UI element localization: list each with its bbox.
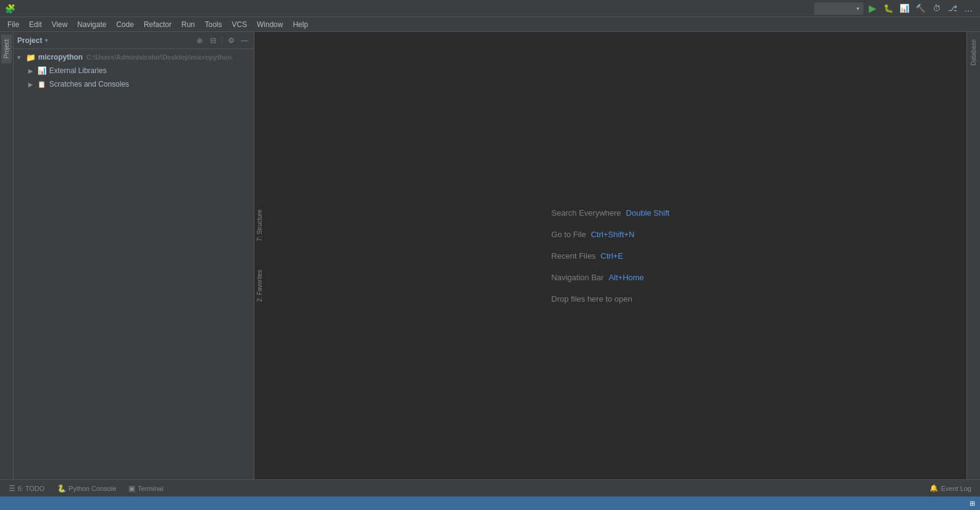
- menu-item-view[interactable]: View: [47, 19, 73, 30]
- run-config-dropdown[interactable]: ▾: [814, 2, 863, 15]
- menu-item-vcs[interactable]: VCS: [227, 19, 252, 30]
- tab-terminal-label: Terminal: [138, 485, 163, 492]
- sidebar-item-favorites[interactable]: 2: Favorites: [254, 265, 265, 307]
- tab-event-log-label: Event Log: [941, 485, 971, 492]
- tree-item-scratches-consoles-label: Scratches and Consoles: [49, 80, 129, 88]
- editor-area: Search Everywhere Double Shift Go to Fil…: [254, 32, 966, 479]
- sidebar-item-structure[interactable]: 7: Structure: [254, 205, 265, 246]
- menu-item-window[interactable]: Window: [252, 19, 288, 30]
- event-log-icon: 🔔: [930, 484, 938, 492]
- bottom-tabs-bar: ☰ 6: TODO 🐍 Python Console ▣ Terminal 🔔 …: [0, 479, 980, 496]
- tree-item-micropython[interactable]: ▾ 📁 micropython C:\Users\Administrator\D…: [14, 50, 254, 64]
- lib-icon-external-libraries: 📊: [37, 66, 47, 76]
- project-tree: ▾ 📁 micropython C:\Users\Administrator\D…: [14, 49, 254, 479]
- hint-label-drop-files: Drop files here to open: [551, 294, 632, 304]
- locate-file-icon[interactable]: ⊕: [194, 35, 205, 46]
- bottom-tab-right-area: 🔔 Event Log: [923, 482, 978, 495]
- hint-navigation-bar: Navigation Bar Alt+Home: [551, 273, 669, 282]
- status-bar: ⊞: [0, 496, 980, 510]
- expand-arrow-micropython: ▾: [17, 54, 26, 61]
- menu-item-edit[interactable]: Edit: [24, 19, 47, 30]
- status-bar-right: ⊞: [970, 500, 975, 508]
- vcs-button[interactable]: ⎇: [946, 2, 959, 15]
- tab-python-console[interactable]: 🐍 Python Console: [51, 482, 123, 495]
- tree-item-micropython-label: micropython: [38, 53, 83, 61]
- hint-recent-files: Recent Files Ctrl+E: [551, 251, 669, 261]
- hint-label-nav-bar: Navigation Bar: [551, 273, 603, 282]
- minimize-icon[interactable]: —: [239, 35, 250, 46]
- hint-block: Search Everywhere Double Shift Go to Fil…: [551, 208, 669, 304]
- project-title: Project: [17, 36, 42, 45]
- menu-item-file[interactable]: File: [2, 19, 24, 30]
- hint-shortcut-search: Double Shift: [626, 208, 670, 218]
- menu-item-code[interactable]: Code: [111, 19, 139, 30]
- menu-item-navigate[interactable]: Navigate: [73, 19, 111, 30]
- folder-icon-micropython: 📁: [26, 52, 36, 62]
- settings-icon[interactable]: ⚙: [225, 35, 237, 46]
- tree-item-scratches-consoles[interactable]: ▶ 📋 Scratches and Consoles: [14, 77, 254, 91]
- collapse-all-icon[interactable]: ⊟: [208, 35, 219, 46]
- hint-shortcut-nav-bar: Alt+Home: [609, 273, 644, 282]
- menu-item-run[interactable]: Run: [176, 19, 200, 30]
- tab-terminal[interactable]: ▣ Terminal: [122, 482, 170, 495]
- run-button[interactable]: ▶: [866, 2, 879, 15]
- hint-shortcut-recent: Ctrl+E: [601, 251, 623, 261]
- toolbar-right: ▾ ▶ 🐛 📊 🔨 ⏱ ⎇ …: [814, 2, 975, 15]
- todo-icon: ☰: [9, 484, 15, 493]
- right-side-tabs: Database: [966, 32, 980, 479]
- expand-arrow-ext-libs: ▶: [28, 68, 37, 74]
- app-icon: 🧩: [5, 4, 15, 14]
- tree-item-external-libraries-label: External Libraries: [49, 66, 106, 75]
- tree-item-micropython-path: C:\Users\Administrator\Desktop\micropyth…: [87, 53, 232, 61]
- tab-event-log[interactable]: 🔔 Event Log: [923, 482, 978, 495]
- hint-search-everywhere: Search Everywhere Double Shift: [551, 208, 669, 218]
- coverage-button[interactable]: 📊: [898, 2, 911, 15]
- expand-arrow-scratches: ▶: [28, 81, 37, 88]
- left-side-tabs: Project: [0, 32, 14, 479]
- project-panel: Project ▾ ⊕ ⊟ | ⚙ — ▾ 📁 micropython C:\U…: [14, 32, 254, 479]
- main-content: Project Project ▾ ⊕ ⊟ | ⚙ — ▾ 📁 micropyt…: [0, 32, 980, 479]
- hint-label-recent: Recent Files: [551, 251, 595, 261]
- profile-button[interactable]: ⏱: [930, 2, 943, 15]
- hint-go-to-file: Go to File Ctrl+Shift+N: [551, 230, 669, 239]
- more-button[interactable]: …: [962, 2, 975, 15]
- debug-button[interactable]: 🐛: [882, 2, 895, 15]
- sidebar-item-project[interactable]: Project: [1, 34, 12, 63]
- python-console-icon: 🐍: [57, 484, 66, 493]
- project-header: Project ▾ ⊕ ⊟ | ⚙ —: [14, 32, 254, 49]
- hint-label-search: Search Everywhere: [551, 208, 621, 218]
- project-header-icons: ⊕ ⊟ | ⚙ —: [194, 35, 250, 46]
- tab-todo-label: 6: TODO: [18, 485, 45, 492]
- project-dropdown-arrow[interactable]: ▾: [45, 37, 48, 44]
- scratch-icon: 📋: [37, 79, 47, 89]
- tab-todo[interactable]: ☰ 6: TODO: [2, 482, 51, 495]
- menu-item-refactor[interactable]: Refactor: [139, 19, 176, 30]
- hint-shortcut-goto-file: Ctrl+Shift+N: [591, 230, 635, 239]
- hint-drop-files: Drop files here to open: [551, 294, 669, 304]
- menu-bar: FileEditViewNavigateCodeRefactorRunTools…: [0, 17, 980, 32]
- sidebar-item-database[interactable]: Database: [968, 34, 979, 71]
- menu-item-tools[interactable]: Tools: [200, 19, 227, 30]
- hint-label-goto-file: Go to File: [551, 230, 586, 239]
- dropdown-arrow: ▾: [857, 6, 860, 12]
- title-bar: 🧩 ▾ ▶ 🐛 📊 🔨 ⏱ ⎇ …: [0, 0, 980, 17]
- menu-item-help[interactable]: Help: [288, 19, 313, 30]
- tab-python-console-label: Python Console: [69, 485, 117, 492]
- build-button[interactable]: 🔨: [914, 2, 927, 15]
- structure-tabs-left: 7: Structure 2: Favorites: [254, 205, 265, 307]
- tree-item-external-libraries[interactable]: ▶ 📊 External Libraries: [14, 64, 254, 77]
- status-expand-icon[interactable]: ⊞: [970, 500, 975, 508]
- terminal-icon: ▣: [128, 484, 135, 493]
